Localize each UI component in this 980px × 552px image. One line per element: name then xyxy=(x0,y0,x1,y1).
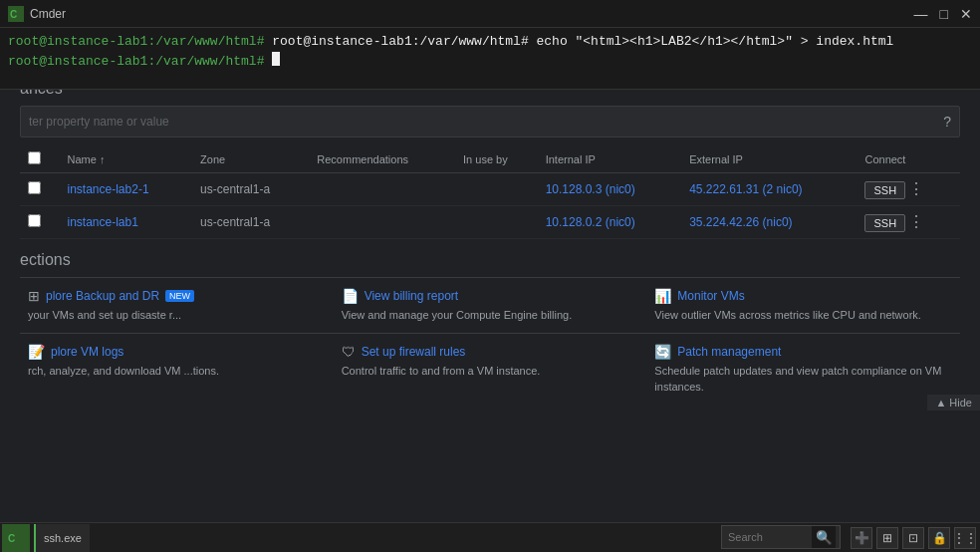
col-recommendations[interactable]: Recommendations xyxy=(309,145,455,173)
maximize-button[interactable]: □ xyxy=(940,7,948,21)
row-in-use-by xyxy=(455,173,538,206)
row-internal-ip: 10.128.0.2 (nic0) xyxy=(538,206,681,239)
row-select-checkbox[interactable] xyxy=(28,214,41,227)
row-connect: SSH ⋮ xyxy=(857,206,960,239)
filter-placeholder: ter property name or value xyxy=(29,115,169,129)
svg-text:C: C xyxy=(8,533,15,544)
col-external-ip[interactable]: External IP xyxy=(681,145,857,173)
row-internal-ip: 10.128.0.3 (nic0) xyxy=(538,173,681,206)
action-label: Monitor VMs xyxy=(677,289,744,303)
minimize-button[interactable]: — xyxy=(914,7,928,21)
backup-icon: ⊞ xyxy=(28,288,40,304)
action-label: View billing report xyxy=(365,289,459,303)
taskbar-icon-add[interactable]: ➕ xyxy=(851,527,872,549)
taskbar-search-input[interactable] xyxy=(722,531,812,543)
actions-title: ections xyxy=(20,251,960,269)
row-zone: us-central1-a xyxy=(192,206,309,239)
internal-ip-link[interactable]: 10.128.0.2 (nic0) xyxy=(546,215,635,229)
row-more-icon[interactable]: ⋮ xyxy=(908,213,924,230)
row-checkbox xyxy=(20,173,60,206)
taskbar-app-icon: C xyxy=(2,524,30,552)
cmder-terminal[interactable]: root@instance-lab1:/var/www/html# root@i… xyxy=(0,28,980,89)
patch-icon: 🔄 xyxy=(654,344,671,360)
action-firewall[interactable]: 🛡 Set up firewall rules Control traffic … xyxy=(334,333,647,405)
taskbar-search-box[interactable]: 🔍 xyxy=(721,525,841,549)
action-patch[interactable]: 🔄 Patch management Schedule patch update… xyxy=(646,333,960,405)
action-title: 🔄 Patch management xyxy=(654,344,952,360)
logs-icon: 📝 xyxy=(28,344,45,360)
cmder-titlebar: C Cmder — □ ✕ xyxy=(0,0,980,28)
filter-bar[interactable]: ter property name or value ? xyxy=(20,106,960,138)
cursor xyxy=(272,52,280,66)
row-name: instance-lab2-1 xyxy=(60,173,193,206)
row-connect: SSH ⋮ xyxy=(857,173,960,206)
ssh-button[interactable]: SSH xyxy=(864,181,905,199)
command-1: root@instance-lab1:/var/www/html# echo "… xyxy=(264,32,893,52)
action-title: 📝 plore VM logs xyxy=(28,344,326,360)
action-desc: View and manage your Compute Engine bill… xyxy=(342,308,639,323)
prompt-1: root@instance-lab1:/var/www/html# xyxy=(8,32,264,52)
taskbar-icon-menu[interactable]: ⋮⋮ xyxy=(954,527,976,549)
hide-button[interactable]: ▲ Hide xyxy=(927,395,980,411)
col-checkbox xyxy=(20,145,60,173)
action-title: 📊 Monitor VMs xyxy=(654,288,952,304)
command-2 xyxy=(264,52,272,72)
action-title: 🛡 Set up firewall rules xyxy=(342,344,639,360)
svg-text:C: C xyxy=(10,9,17,20)
cmder-window: C Cmder — □ ✕ root@instance-lab1:/var/ww… xyxy=(0,0,980,90)
action-monitor[interactable]: 📊 Monitor VMs View outlier VMs across me… xyxy=(646,277,960,333)
taskbar-icon-grid[interactable]: ⊞ xyxy=(876,527,898,549)
terminal-line-1: root@instance-lab1:/var/www/html# root@i… xyxy=(8,32,972,52)
external-ip-link[interactable]: 45.222.61.31 (2 nic0) xyxy=(689,182,802,196)
new-badge: NEW xyxy=(165,290,194,302)
row-name: instance-lab1 xyxy=(60,206,193,239)
action-vm-logs[interactable]: 📝 plore VM logs rch, analyze, and downlo… xyxy=(20,333,334,405)
cmder-window-controls: — □ ✕ xyxy=(914,6,972,22)
billing-icon: 📄 xyxy=(342,288,359,304)
table-row: instance-lab1 us-central1-a 10.128.0.2 (… xyxy=(20,206,960,239)
sort-name-icon xyxy=(100,153,106,165)
instance-name-link[interactable]: instance-lab1 xyxy=(68,215,138,229)
row-external-ip: 45.222.61.31 (2 nic0) xyxy=(681,173,857,206)
row-recommendations xyxy=(309,173,455,206)
row-select-checkbox[interactable] xyxy=(28,181,41,194)
external-ip-link[interactable]: 35.224.42.26 (nic0) xyxy=(689,215,792,229)
action-label: Patch management xyxy=(677,345,781,359)
row-more-icon[interactable]: ⋮ xyxy=(908,180,924,197)
taskbar-right-icons: ➕ ⊞ ⊡ 🔒 ⋮⋮ xyxy=(851,527,976,549)
search-icon: 🔍 xyxy=(816,530,833,545)
action-desc: rch, analyze, and download VM ...tions. xyxy=(28,364,326,379)
taskbar-app-item[interactable]: ssh.exe xyxy=(34,524,90,552)
col-connect[interactable]: Connect xyxy=(857,145,960,173)
select-all-checkbox[interactable] xyxy=(28,151,41,164)
action-billing[interactable]: 📄 View billing report View and manage yo… xyxy=(334,277,647,333)
cmder-title: Cmder xyxy=(30,7,914,21)
row-checkbox xyxy=(20,206,60,239)
col-internal-ip[interactable]: Internal IP xyxy=(538,145,681,173)
row-recommendations xyxy=(309,206,455,239)
instance-name-link[interactable]: instance-lab2-1 xyxy=(68,182,149,196)
filter-help-icon: ? xyxy=(943,114,951,130)
col-in-use-by[interactable]: In use by xyxy=(455,145,538,173)
ssh-button[interactable]: SSH xyxy=(864,214,905,232)
action-label: plore Backup and DR xyxy=(46,289,159,303)
taskbar-icon-window[interactable]: ⊡ xyxy=(902,527,924,549)
quick-actions-grid: ⊞ plore Backup and DR NEW your VMs and s… xyxy=(20,277,960,405)
row-external-ip: 35.224.42.26 (nic0) xyxy=(681,206,857,239)
monitor-icon: 📊 xyxy=(654,288,671,304)
gcp-content-area: ances ter property name or value ? Name … xyxy=(0,66,980,552)
taskbar-search-button[interactable]: 🔍 xyxy=(812,526,836,548)
action-desc: View outlier VMs across metrics like CPU… xyxy=(654,308,952,323)
prompt-2: root@instance-lab1:/var/www/html# xyxy=(8,52,264,72)
cmder-app-icon: C xyxy=(8,6,24,22)
row-in-use-by xyxy=(455,206,538,239)
col-zone[interactable]: Zone xyxy=(192,145,309,173)
firewall-icon: 🛡 xyxy=(342,344,356,360)
row-zone: us-central1-a xyxy=(192,173,309,206)
action-backup-dr[interactable]: ⊞ plore Backup and DR NEW your VMs and s… xyxy=(20,277,334,333)
close-button[interactable]: ✕ xyxy=(960,6,972,22)
col-name[interactable]: Name xyxy=(60,145,193,173)
action-desc: your VMs and set up disaste r... xyxy=(28,308,326,323)
internal-ip-link[interactable]: 10.128.0.3 (nic0) xyxy=(546,182,635,196)
taskbar-icon-lock[interactable]: 🔒 xyxy=(928,527,950,549)
